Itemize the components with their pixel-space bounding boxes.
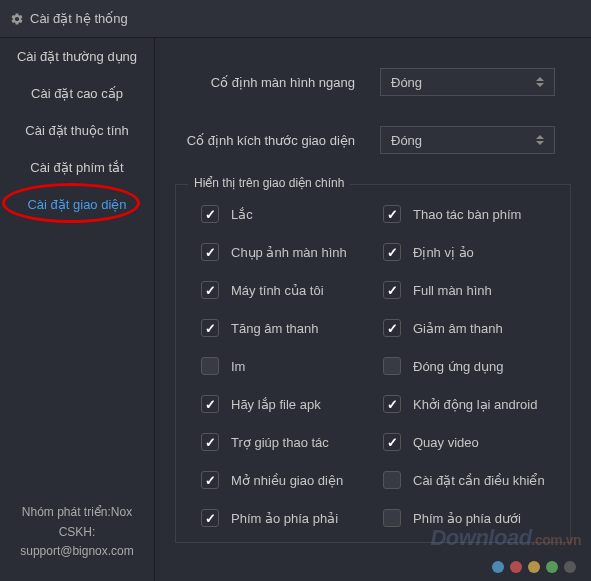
fieldset-legend: Hiển thị trên giao diện chính (188, 176, 350, 190)
checkbox-label: Khởi động lại android (413, 397, 537, 412)
checkbox-label: Quay video (413, 435, 479, 450)
checkbox-item[interactable]: Khởi động lại android (383, 395, 555, 413)
checkbox-label: Định vị ảo (413, 245, 474, 260)
checkbox[interactable] (201, 319, 219, 337)
checkbox-item[interactable]: Trợ giúp thao tác (201, 433, 373, 451)
checkbox-label: Tăng âm thanh (231, 321, 318, 336)
checkbox-label: Mở nhiều giao diện (231, 473, 343, 488)
select-fix-size[interactable]: Đóng (380, 126, 555, 154)
sidebar-item-shortcuts[interactable]: Cài đặt phím tắt (0, 149, 154, 186)
checkbox-label: Máy tính của tôi (231, 283, 324, 298)
checkbox-item[interactable]: Phím ảo phía dưới (383, 509, 555, 527)
checkbox-item[interactable]: Cài đặt cần điều khiển (383, 471, 555, 489)
checkbox-item[interactable]: Đóng ứng dụng (383, 357, 555, 375)
row-fix-landscape: Cố định màn hình ngang Đóng (175, 68, 571, 96)
checkbox[interactable] (201, 281, 219, 299)
color-dot (546, 561, 558, 573)
checkbox[interactable] (201, 471, 219, 489)
checkbox[interactable] (383, 471, 401, 489)
sidebar: Cài đặt thường dụng Cài đặt cao cấp Cài … (0, 38, 155, 581)
checkbox-item[interactable]: Mở nhiều giao diện (201, 471, 373, 489)
checkbox-label: Trợ giúp thao tác (231, 435, 329, 450)
sidebar-item-common[interactable]: Cài đặt thường dụng (0, 38, 154, 75)
checkbox-item[interactable]: Lắc (201, 205, 373, 223)
checkbox-item[interactable]: Tăng âm thanh (201, 319, 373, 337)
checkbox-item[interactable]: Phím ảo phía phải (201, 509, 373, 527)
checkbox-label: Hãy lắp file apk (231, 397, 321, 412)
checkbox-item[interactable]: Im (201, 357, 373, 375)
checkbox-label: Lắc (231, 207, 253, 222)
window-title: Cài đặt hệ thống (30, 11, 128, 26)
checkbox[interactable] (201, 433, 219, 451)
checkbox-label: Cài đặt cần điều khiển (413, 473, 545, 488)
checkbox[interactable] (383, 281, 401, 299)
checkbox[interactable] (201, 395, 219, 413)
checkbox-item[interactable]: Quay video (383, 433, 555, 451)
checkbox-item[interactable]: Máy tính của tôi (201, 281, 373, 299)
checkbox-item[interactable]: Giảm âm thanh (383, 319, 555, 337)
sidebar-item-properties[interactable]: Cài đặt thuộc tính (0, 112, 154, 149)
sidebar-item-interface[interactable]: Cài đặt giao diện (0, 186, 154, 223)
checkbox-item[interactable]: Định vị ảo (383, 243, 555, 261)
color-dot (492, 561, 504, 573)
checkbox[interactable] (383, 433, 401, 451)
checkbox-label: Phím ảo phía phải (231, 511, 338, 526)
checkbox[interactable] (201, 205, 219, 223)
checkbox-label: Đóng ứng dụng (413, 359, 503, 374)
label-fix-size: Cố định kích thước giao diện (175, 133, 380, 148)
checkbox-grid: LắcThao tác bàn phímChụp ảnh màn hìnhĐịn… (186, 200, 560, 532)
checkbox[interactable] (383, 243, 401, 261)
checkbox-item[interactable]: Full màn hình (383, 281, 555, 299)
checkbox[interactable] (201, 357, 219, 375)
main-container: Cài đặt thường dụng Cài đặt cao cấp Cài … (0, 38, 591, 581)
color-dot (528, 561, 540, 573)
label-fix-landscape: Cố định màn hình ngang (175, 75, 380, 90)
checkbox-label: Full màn hình (413, 283, 492, 298)
sidebar-footer: Nhóm phát triển:Nox CSKH: support@bignox… (0, 493, 154, 581)
chevron-updown-icon (536, 77, 544, 87)
color-dots (492, 561, 576, 573)
checkbox[interactable] (383, 395, 401, 413)
color-dot (510, 561, 522, 573)
checkbox[interactable] (383, 205, 401, 223)
checkbox-label: Phím ảo phía dưới (413, 511, 521, 526)
checkbox-item[interactable]: Thao tác bàn phím (383, 205, 555, 223)
content-panel: Cố định màn hình ngang Đóng Cố định kích… (155, 38, 591, 581)
color-dot (564, 561, 576, 573)
checkbox-item[interactable]: Hãy lắp file apk (201, 395, 373, 413)
gear-icon (10, 12, 24, 26)
checkbox-label: Giảm âm thanh (413, 321, 503, 336)
row-fix-size: Cố định kích thước giao diện Đóng (175, 126, 571, 154)
checkbox-label: Im (231, 359, 245, 374)
checkbox[interactable] (383, 357, 401, 375)
checkbox[interactable] (383, 319, 401, 337)
window-header: Cài đặt hệ thống (0, 0, 591, 38)
fieldset-display: Hiển thị trên giao diện chính LắcThao tá… (175, 184, 571, 543)
checkbox[interactable] (201, 509, 219, 527)
checkbox[interactable] (383, 509, 401, 527)
checkbox-label: Chụp ảnh màn hình (231, 245, 347, 260)
checkbox-label: Thao tác bàn phím (413, 207, 521, 222)
checkbox-item[interactable]: Chụp ảnh màn hình (201, 243, 373, 261)
chevron-updown-icon (536, 135, 544, 145)
checkbox[interactable] (201, 243, 219, 261)
sidebar-item-advanced[interactable]: Cài đặt cao cấp (0, 75, 154, 112)
select-fix-landscape[interactable]: Đóng (380, 68, 555, 96)
